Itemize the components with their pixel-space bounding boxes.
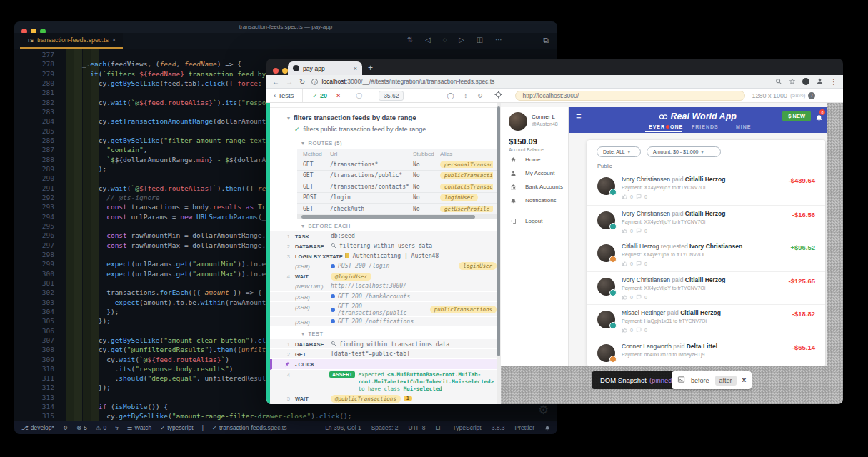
comment-icon[interactable] xyxy=(636,194,642,200)
log-row[interactable]: (XHR)GET 200 /bankAccounts xyxy=(270,292,501,302)
log-row[interactable]: 6- ITS.response.body.resultsunfilteredRe… xyxy=(270,403,501,404)
transaction-row[interactable]: Ivory Christiansen paid Citlalli HerzogP… xyxy=(587,205,825,238)
comment-icon[interactable] xyxy=(636,228,642,234)
log-row[interactable]: (XHR)POST 200 /loginloginUser xyxy=(270,261,501,271)
statusbar-item[interactable]: ⊗5 xyxy=(76,424,87,431)
transaction-row[interactable]: Ivory Christiansen paid Citlalli HerzogP… xyxy=(587,271,825,305)
tab-close-icon[interactable]: × xyxy=(354,65,357,72)
like-icon[interactable] xyxy=(622,228,627,234)
snapshot-before-button[interactable]: before xyxy=(691,377,709,384)
omnibox-search-icon[interactable] xyxy=(775,75,782,88)
log-row[interactable]: (NEW URL)http://localhost:3000/ xyxy=(270,281,501,291)
log-row[interactable]: 1TASKdb:seed xyxy=(270,231,501,241)
forward-icon[interactable]: → xyxy=(286,78,293,86)
log-row[interactable]: (XHR)GET 200 /transactions/publicpublicT… xyxy=(270,302,501,317)
back-to-tests-button[interactable]: ‹ Tests xyxy=(266,89,303,102)
route-row[interactable]: GET/transactions/public*NopublicTransact… xyxy=(297,170,499,181)
statusbar-item[interactable]: UTF-8 xyxy=(409,424,426,431)
browser-menu-icon[interactable]: ⋮ xyxy=(830,78,837,86)
filter-pill-amount[interactable]: Amount: $0 - $1,000▾ xyxy=(647,146,721,157)
tab-close-icon[interactable]: × xyxy=(112,36,116,44)
log-row[interactable]: (XHR)GET 200 /notifications xyxy=(270,317,501,327)
statusbar-item[interactable]: ⎇develop* xyxy=(21,424,54,431)
comment-icon[interactable] xyxy=(636,261,642,267)
statusbar-item[interactable]: | xyxy=(202,424,204,431)
tab-mine[interactable]: MINE xyxy=(736,124,752,129)
transaction-row[interactable]: Conner Langworth paid Delta LittelPaymen… xyxy=(587,338,825,367)
test-section-header[interactable]: ▾TEST xyxy=(270,327,501,339)
like-icon[interactable] xyxy=(622,261,627,267)
omnibox[interactable]: i localhost:3000/__/#/tests/integration/… xyxy=(311,78,769,85)
comment-icon[interactable] xyxy=(636,327,642,333)
tab-everyone[interactable]: EVERONE xyxy=(649,124,683,129)
route-row[interactable]: GET/transactions*NopersonalTransactions xyxy=(297,159,499,170)
close-window-button[interactable] xyxy=(273,68,279,74)
comment-icon[interactable] xyxy=(636,294,642,301)
transaction-row[interactable]: Misael Hettinger paid Citlalli HerzogPay… xyxy=(587,304,825,338)
statusbar-item[interactable]: LF xyxy=(436,424,443,431)
like-icon[interactable] xyxy=(622,327,627,333)
route-row[interactable]: GET/checkAuthNogetUserProfile xyxy=(297,203,499,214)
log-row[interactable]: 1DATABASEfinding within transactions dat… xyxy=(270,339,501,349)
before-each-section-header[interactable]: ▾BEFORE EACH xyxy=(270,219,501,231)
extension-icon[interactable] xyxy=(802,78,809,85)
like-icon[interactable] xyxy=(622,194,627,200)
site-info-icon[interactable]: i xyxy=(311,79,318,85)
statusbar-item[interactable]: ϟ xyxy=(115,424,119,431)
selector-icon[interactable]: ↕ xyxy=(464,92,468,99)
editor-tab[interactable]: TS transaction-feeds.spec.ts × xyxy=(20,33,123,49)
log-row[interactable]: 4-ASSERTexpected <a.MuiButtonBase-root.M… xyxy=(270,370,501,393)
browser-tab[interactable]: pay-app × xyxy=(288,61,362,75)
aut-circle-icon[interactable]: ◯ xyxy=(447,92,454,99)
routes-scrollbar[interactable] xyxy=(297,214,499,219)
back-icon[interactable]: ← xyxy=(272,78,279,86)
selector-playground-icon[interactable] xyxy=(494,91,502,100)
snapshot-after-button[interactable]: after xyxy=(715,376,737,386)
copy-icon[interactable]: ⧉ xyxy=(543,36,549,45)
statusbar-item[interactable]: 3.8.3 xyxy=(492,424,505,431)
statusbar-item[interactable]: ✓transaction-feeds.spec.ts xyxy=(212,424,287,431)
filter-pill-date[interactable]: Date: ALL▾ xyxy=(597,146,641,157)
statusbar-item[interactable]: Spaces: 2 xyxy=(371,424,399,431)
transaction-row[interactable]: Citlalli Herzog requested Ivory Christia… xyxy=(587,238,825,271)
aut-url-field[interactable]: http://localhost:3000/ xyxy=(515,91,745,101)
transaction-row[interactable]: Ivory Christiansen paid Citlalli HerzogP… xyxy=(587,171,825,205)
statusbar-item[interactable]: ⚠0 xyxy=(96,424,106,431)
sidebar-item-bank-accounts[interactable]: Bank Accounts xyxy=(501,180,568,193)
log-row[interactable]: - CLICK xyxy=(270,359,501,369)
cypress-command-log[interactable]: ▾filters transaction feeds by date range… xyxy=(266,103,501,404)
log-row[interactable]: 2DATABASEfiltering within users data xyxy=(270,241,501,251)
restart-icon[interactable]: ↻ xyxy=(477,92,483,99)
like-icon[interactable] xyxy=(622,294,627,301)
log-row[interactable]: 4WAIT@loginUser xyxy=(270,271,501,281)
new-transaction-button[interactable]: $ NEW xyxy=(782,111,811,121)
minimize-window-button[interactable] xyxy=(282,68,288,74)
bell-icon[interactable] xyxy=(544,424,550,431)
editor-toolbar-icons[interactable]: ⇅ ◁ ◌ ▷ ◫ ⋯ xyxy=(407,36,507,44)
log-row[interactable]: 2GET[data-test*=public-tab] xyxy=(270,349,501,359)
route-row[interactable]: POST/loginNologinUser xyxy=(297,192,499,204)
statusbar-item[interactable]: ↻ xyxy=(63,424,68,431)
snapshot-close-button[interactable]: × xyxy=(742,376,747,384)
sidebar-item-home[interactable]: Home xyxy=(501,153,568,166)
snapshot-image-icon[interactable] xyxy=(677,376,685,385)
statusbar-item[interactable]: TypeScript xyxy=(453,424,482,431)
log-row[interactable]: 5WAIT@publicTransactions1 xyxy=(270,393,501,403)
cypress-toolbar-icons[interactable]: ◯ ↕ ↻ xyxy=(447,92,482,99)
sidebar-item-my-account[interactable]: My Account xyxy=(501,166,568,179)
route-row[interactable]: GET/transactions/contacts*NocontactsTran… xyxy=(297,181,499,192)
routes-section-header[interactable]: ▾ROUTES (5) xyxy=(270,136,501,149)
tab-friends[interactable]: FRIENDS xyxy=(692,124,719,129)
sidebar-item-notifications[interactable]: Notifications xyxy=(501,194,568,206)
viewport-info-icon[interactable]: i xyxy=(808,92,815,99)
statusbar-item[interactable]: Ln 396, Col 1 xyxy=(325,424,361,431)
profile-icon[interactable] xyxy=(816,75,824,88)
suite-title[interactable]: ▾filters transaction feeds by date range xyxy=(270,108,501,124)
test-title[interactable]: ✓filters public transaction feed by date… xyxy=(270,124,501,136)
bookmark-star-icon[interactable] xyxy=(789,75,796,88)
notifications-bell-icon[interactable]: 8 xyxy=(815,111,823,124)
statusbar-item[interactable]: Prettier xyxy=(515,424,534,431)
statusbar-item[interactable]: ✓typescript xyxy=(160,424,194,431)
statusbar-item[interactable]: ☰Watch xyxy=(127,424,151,431)
reload-icon[interactable]: ↻ xyxy=(299,78,305,86)
